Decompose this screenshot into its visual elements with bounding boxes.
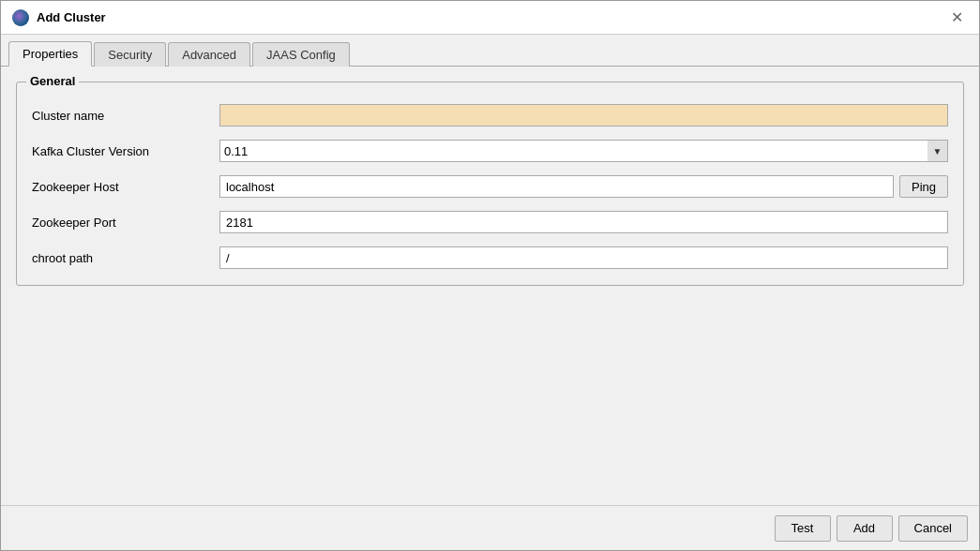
cluster-name-input[interactable] — [219, 104, 948, 127]
cluster-name-row: Cluster name — [32, 103, 948, 127]
tab-jaas-config[interactable]: JAAS Config — [252, 42, 350, 67]
chroot-path-label: chroot path — [32, 251, 219, 265]
title-bar-left: Add Cluster — [12, 9, 106, 26]
kafka-version-select-wrapper: 0.11 1.0 1.1 2.0 2.1 2.2 2.3 2.4 2.5 2.6… — [219, 140, 948, 162]
zookeeper-host-control: Ping — [219, 175, 948, 198]
app-icon — [12, 9, 29, 26]
zookeeper-port-row: Zookeeper Port — [32, 210, 948, 234]
test-button[interactable]: Test — [775, 515, 831, 542]
zookeeper-port-control — [219, 211, 948, 233]
cluster-name-control — [219, 104, 948, 127]
kafka-version-control: 0.11 1.0 1.1 2.0 2.1 2.2 2.3 2.4 2.5 2.6… — [219, 140, 948, 162]
main-content: General Cluster name Kafka Cluster Versi… — [1, 67, 979, 505]
tabs-bar: Properties Security Advanced JAAS Config — [1, 35, 979, 67]
chroot-path-row: chroot path — [32, 246, 948, 270]
chroot-path-control — [219, 246, 948, 269]
dialog-footer: Test Add Cancel — [1, 505, 979, 550]
zookeeper-host-label: Zookeeper Host — [32, 180, 219, 194]
add-cluster-dialog: Add Cluster ✕ Properties Security Advanc… — [0, 0, 980, 551]
ping-button[interactable]: Ping — [899, 175, 948, 198]
zookeeper-host-row: Zookeeper Host Ping — [32, 174, 948, 199]
general-group-title: General — [26, 74, 79, 88]
kafka-version-row: Kafka Cluster Version 0.11 1.0 1.1 2.0 2… — [32, 139, 948, 163]
add-button[interactable]: Add — [837, 515, 893, 542]
chroot-path-input[interactable] — [219, 246, 948, 269]
zookeeper-host-input[interactable] — [219, 175, 894, 198]
tab-security[interactable]: Security — [94, 42, 166, 67]
general-group: General Cluster name Kafka Cluster Versi… — [16, 82, 964, 286]
title-bar: Add Cluster ✕ — [1, 1, 979, 35]
kafka-version-label: Kafka Cluster Version — [32, 144, 219, 158]
dialog-title: Add Cluster — [37, 10, 106, 24]
cluster-name-label: Cluster name — [32, 109, 219, 123]
zookeeper-port-input[interactable] — [219, 211, 948, 233]
kafka-version-select[interactable]: 0.11 1.0 1.1 2.0 2.1 2.2 2.3 2.4 2.5 2.6 — [219, 140, 948, 162]
cancel-button[interactable]: Cancel — [898, 515, 968, 542]
zookeeper-port-label: Zookeeper Port — [32, 216, 219, 230]
tab-properties[interactable]: Properties — [8, 41, 92, 67]
tab-advanced[interactable]: Advanced — [168, 42, 250, 67]
close-button[interactable]: ✕ — [945, 7, 968, 29]
